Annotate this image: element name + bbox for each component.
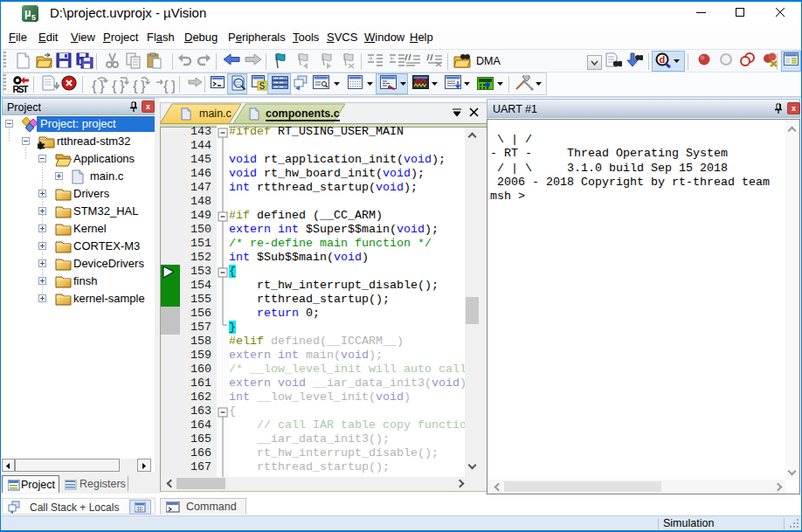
- svg-text:µ: µ: [24, 6, 31, 19]
- svg-text:RST: RST: [13, 84, 30, 94]
- svg-text:{ }: { }: [133, 78, 146, 94]
- svg-text:S: S: [259, 81, 266, 91]
- svg-text:✱: ✱: [38, 140, 45, 149]
- svg-text:{ }: { }: [92, 78, 105, 94]
- svg-text:d: d: [660, 54, 666, 65]
- svg-text:5: 5: [31, 13, 36, 22]
- svg-text:{ }: { }: [112, 78, 125, 94]
- svg-text:{ }: { }: [163, 78, 175, 94]
